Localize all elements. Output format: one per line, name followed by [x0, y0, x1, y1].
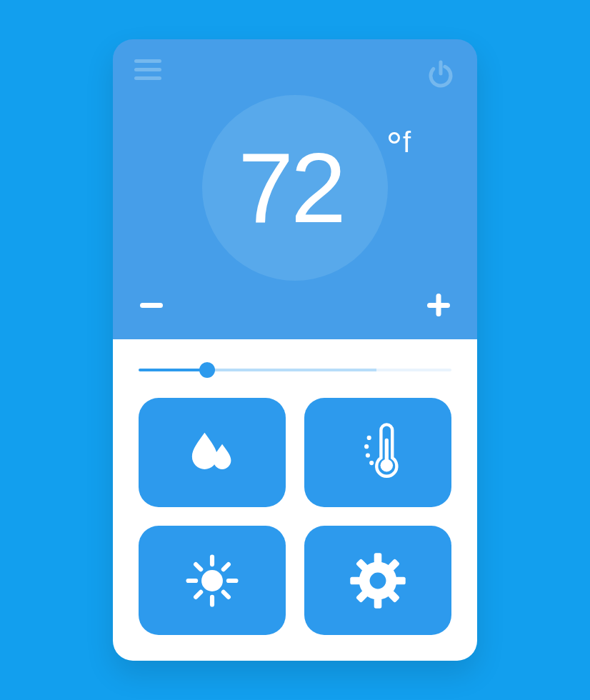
thermostat-app: 72 f	[113, 39, 477, 661]
svg-rect-4	[436, 294, 441, 316]
slider-track	[139, 369, 451, 371]
svg-point-8	[364, 444, 369, 449]
minus-icon	[133, 286, 170, 324]
temperature-unit: f	[403, 128, 411, 156]
adjust-row	[113, 286, 477, 339]
droplets-icon	[181, 421, 244, 484]
increase-button[interactable]	[420, 286, 457, 324]
svg-point-9	[366, 453, 370, 457]
temperature-display: 72 f	[113, 89, 477, 286]
settings-tile[interactable]	[304, 526, 451, 635]
svg-point-7	[367, 435, 371, 439]
humidity-tile[interactable]	[139, 398, 286, 507]
slider-fill-end	[376, 369, 451, 371]
svg-rect-20	[374, 553, 382, 563]
mode-tile-grid	[139, 398, 451, 635]
svg-line-16	[196, 564, 201, 569]
slider-thumb[interactable]	[199, 362, 215, 378]
thermometer-icon	[346, 421, 409, 484]
svg-line-19	[196, 591, 201, 596]
temperature-value: 72	[238, 138, 344, 238]
slider-fill-active	[139, 369, 207, 371]
svg-rect-21	[374, 598, 382, 608]
temperature-tile[interactable]	[304, 398, 451, 507]
svg-rect-23	[396, 576, 406, 584]
plus-icon	[420, 286, 457, 324]
svg-line-17	[224, 591, 229, 596]
slider-fill-mid	[207, 369, 376, 371]
weather-tile[interactable]	[139, 526, 286, 635]
hamburger-icon	[134, 76, 161, 80]
bottom-panel	[113, 339, 477, 661]
gear-icon	[346, 549, 409, 612]
svg-point-10	[369, 461, 374, 465]
decrease-button[interactable]	[133, 286, 170, 324]
temperature-circle: 72 f	[202, 95, 388, 281]
svg-rect-22	[350, 576, 360, 584]
power-button[interactable]	[426, 59, 456, 89]
svg-point-11	[201, 570, 223, 591]
temperature-slider[interactable]	[139, 359, 451, 381]
svg-point-6	[381, 459, 394, 471]
power-icon	[426, 59, 456, 89]
menu-button[interactable]	[134, 59, 161, 80]
sun-icon	[181, 549, 244, 612]
svg-rect-2	[140, 303, 163, 308]
top-panel: 72 f	[113, 39, 477, 339]
hamburger-icon	[134, 59, 161, 63]
temperature-unit-wrap: f	[389, 128, 411, 156]
hamburger-icon	[134, 68, 161, 71]
top-bar	[113, 39, 477, 89]
degree-icon	[389, 132, 400, 144]
svg-line-18	[224, 564, 229, 569]
